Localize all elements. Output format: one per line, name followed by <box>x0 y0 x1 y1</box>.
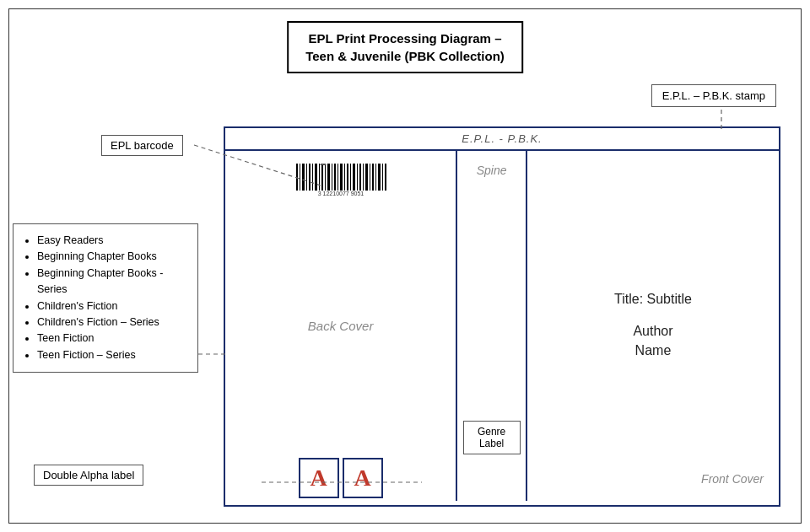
alpha-box-1: A <box>299 458 339 498</box>
svg-rect-5 <box>312 164 313 191</box>
svg-rect-8 <box>321 164 323 191</box>
svg-rect-16 <box>347 164 348 191</box>
svg-rect-17 <box>350 164 351 191</box>
stamp-label: E.P.L. – P.B.K. stamp <box>651 84 776 107</box>
front-cover-section: Title: Subtitle AuthorName Front Cover <box>527 151 779 501</box>
list-item: Children's Fiction <box>37 298 185 314</box>
list-item: Teen Fiction – Series <box>37 347 185 363</box>
list-item: Children's Fiction – Series <box>37 314 185 330</box>
bullet-list: Easy Readers Beginning Chapter Books Beg… <box>22 233 185 363</box>
svg-rect-4 <box>309 164 310 191</box>
svg-rect-13 <box>338 164 338 191</box>
svg-rect-23 <box>370 164 370 191</box>
list-item: Beginning Chapter Books <box>37 249 185 265</box>
svg-rect-14 <box>340 164 343 191</box>
svg-rect-11 <box>332 164 332 191</box>
author-name-text: AuthorName <box>633 322 672 360</box>
alpha-letter-2: A <box>354 465 370 492</box>
spine-label: Spine <box>477 164 507 177</box>
list-item: Teen Fiction <box>37 330 185 347</box>
svg-marker-29 <box>320 164 327 165</box>
genre-label-box: Genre Label <box>463 421 521 454</box>
bullet-list-box: Easy Readers Beginning Chapter Books Beg… <box>13 223 198 373</box>
book-sections: 3 12210077 9051 Back Cover A A Spine Ge <box>225 151 779 501</box>
barcode-graphic: 3 12210077 9051 <box>294 164 387 196</box>
svg-rect-12 <box>334 164 336 191</box>
svg-rect-10 <box>327 164 330 191</box>
svg-rect-9 <box>325 164 326 191</box>
list-item: Beginning Chapter Books - Series <box>37 266 185 298</box>
svg-rect-19 <box>357 164 358 191</box>
back-cover-label: Back Cover <box>308 319 374 333</box>
svg-rect-21 <box>363 164 364 191</box>
svg-rect-27 <box>382 164 383 191</box>
alpha-boxes-area: A A <box>225 454 456 501</box>
barcode-number: 3 12210077 9051 <box>317 191 364 196</box>
spine-section: Spine Genre Label <box>457 151 527 501</box>
svg-rect-20 <box>359 164 361 191</box>
svg-rect-6 <box>315 164 317 191</box>
svg-rect-25 <box>375 164 376 191</box>
epl-header: E.P.L. - P.B.K. <box>225 128 779 151</box>
barcode-label: EPL barcode <box>101 135 183 156</box>
svg-rect-7 <box>319 164 320 191</box>
svg-rect-28 <box>385 164 386 191</box>
svg-rect-0 <box>296 164 298 191</box>
svg-rect-2 <box>302 164 305 191</box>
svg-rect-22 <box>365 164 368 191</box>
front-cover-label: Front Cover <box>701 472 764 486</box>
alpha-letter-1: A <box>310 465 327 492</box>
double-alpha-label: Double Alpha label <box>34 465 143 486</box>
svg-rect-24 <box>372 164 374 191</box>
svg-rect-18 <box>353 164 355 191</box>
svg-rect-15 <box>344 164 345 191</box>
barcode-area: 3 12210077 9051 <box>294 164 387 196</box>
title-box: EPL Print Processing Diagram – Teen & Ju… <box>287 21 523 73</box>
back-cover-section: 3 12210077 9051 Back Cover A A <box>225 151 457 501</box>
title-line1: EPL Print Processing Diagram – <box>309 31 502 46</box>
alpha-box-2: A <box>343 458 383 498</box>
title-subtitle-text: Title: Subtitle <box>614 292 692 307</box>
svg-rect-26 <box>378 164 381 191</box>
list-item: Easy Readers <box>37 233 185 249</box>
svg-rect-3 <box>306 164 307 191</box>
front-cover-content: Title: Subtitle AuthorName <box>527 283 779 368</box>
book-diagram: E.P.L. - P.B.K. <box>224 126 780 507</box>
svg-rect-1 <box>300 164 300 191</box>
title-line2: Teen & Juvenile (PBK Collection) <box>305 49 505 63</box>
